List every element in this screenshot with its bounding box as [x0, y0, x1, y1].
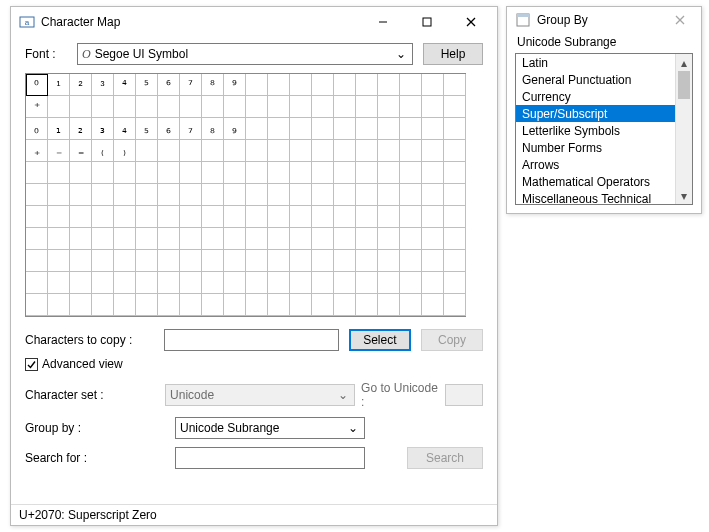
grid-cell[interactable] [136, 250, 158, 272]
group-by-dropdown[interactable]: Unicode Subrange ⌄ [175, 417, 365, 439]
grid-cell[interactable] [268, 118, 290, 140]
grid-cell[interactable] [136, 206, 158, 228]
grid-cell[interactable] [158, 228, 180, 250]
grid-cell[interactable] [334, 228, 356, 250]
grid-cell[interactable] [136, 272, 158, 294]
grid-cell[interactable] [26, 294, 48, 316]
list-item[interactable]: Currency [516, 88, 675, 105]
close-button[interactable] [449, 8, 493, 36]
grid-cell[interactable] [422, 206, 444, 228]
grid-cell[interactable] [444, 118, 466, 140]
grid-cell[interactable] [312, 184, 334, 206]
character-grid[interactable]: ⁰¹²³⁴⁵⁶⁷⁸⁹⁺₀₁₂₃₄₅₆₇₈₉₊₋₌₍₎ [25, 73, 466, 317]
grid-cell[interactable] [26, 250, 48, 272]
grid-cell[interactable] [268, 250, 290, 272]
grid-cell[interactable] [114, 184, 136, 206]
grid-cell[interactable] [70, 162, 92, 184]
grid-cell[interactable] [48, 250, 70, 272]
grid-cell[interactable]: ₁ [48, 118, 70, 140]
grid-cell[interactable] [48, 184, 70, 206]
grid-cell[interactable] [378, 140, 400, 162]
grid-cell[interactable] [26, 184, 48, 206]
grid-cell[interactable] [290, 162, 312, 184]
grid-cell[interactable] [356, 96, 378, 118]
grid-cell[interactable] [378, 206, 400, 228]
grid-cell[interactable]: ⁹ [224, 74, 246, 96]
grid-cell[interactable] [114, 206, 136, 228]
grid-cell[interactable] [378, 74, 400, 96]
grid-cell[interactable] [444, 228, 466, 250]
grid-cell[interactable] [312, 74, 334, 96]
grid-cell[interactable] [246, 250, 268, 272]
grid-cell[interactable] [136, 294, 158, 316]
grid-cell[interactable] [92, 228, 114, 250]
grid-cell[interactable] [26, 206, 48, 228]
grid-cell[interactable] [48, 272, 70, 294]
grid-cell[interactable] [180, 228, 202, 250]
grid-cell[interactable] [356, 206, 378, 228]
list-item[interactable]: Super/Subscript [516, 105, 675, 122]
grid-cell[interactable]: ₆ [158, 118, 180, 140]
grid-cell[interactable]: ⁰ [26, 74, 48, 96]
grid-cell[interactable] [246, 184, 268, 206]
grid-cell[interactable]: ² [70, 74, 92, 96]
grid-cell[interactable] [422, 96, 444, 118]
grid-cell[interactable]: ₈ [202, 118, 224, 140]
minimize-button[interactable] [361, 8, 405, 36]
grid-cell[interactable] [356, 162, 378, 184]
advanced-view-checkbox[interactable] [25, 358, 38, 371]
grid-cell[interactable] [378, 96, 400, 118]
grid-cell[interactable] [400, 184, 422, 206]
grid-cell[interactable] [224, 272, 246, 294]
grid-cell[interactable] [444, 96, 466, 118]
grid-cell[interactable]: ⁷ [180, 74, 202, 96]
grid-cell[interactable] [268, 96, 290, 118]
grid-cell[interactable]: ₀ [26, 118, 48, 140]
grid-cell[interactable]: ₅ [136, 118, 158, 140]
grid-cell[interactable] [422, 294, 444, 316]
grid-cell[interactable] [114, 250, 136, 272]
grid-cell[interactable] [246, 294, 268, 316]
scrollbar[interactable]: ▴ ▾ [675, 54, 692, 204]
select-button[interactable]: Select [349, 329, 411, 351]
grid-cell[interactable] [444, 206, 466, 228]
grid-cell[interactable] [246, 162, 268, 184]
grid-cell[interactable] [202, 272, 224, 294]
grid-cell[interactable] [290, 250, 312, 272]
grid-cell[interactable] [246, 206, 268, 228]
grid-cell[interactable] [114, 96, 136, 118]
grid-cell[interactable]: ₌ [70, 140, 92, 162]
grid-cell[interactable] [312, 294, 334, 316]
grid-cell[interactable] [312, 162, 334, 184]
grid-cell[interactable] [422, 74, 444, 96]
grid-cell[interactable] [246, 118, 268, 140]
grid-cell[interactable] [334, 272, 356, 294]
list-item[interactable]: Latin [516, 54, 675, 71]
search-input[interactable] [175, 447, 365, 469]
grid-cell[interactable] [202, 228, 224, 250]
grid-cell[interactable] [290, 294, 312, 316]
grid-cell[interactable] [312, 228, 334, 250]
maximize-button[interactable] [405, 8, 449, 36]
grid-cell[interactable] [334, 118, 356, 140]
grid-cell[interactable] [356, 140, 378, 162]
grid-cell[interactable] [158, 250, 180, 272]
grid-cell[interactable] [136, 96, 158, 118]
grid-cell[interactable] [224, 206, 246, 228]
grid-cell[interactable] [444, 184, 466, 206]
grid-cell[interactable] [378, 118, 400, 140]
grid-cell[interactable] [92, 294, 114, 316]
grid-cell[interactable]: ₎ [114, 140, 136, 162]
help-button[interactable]: Help [423, 43, 483, 65]
grid-cell[interactable] [224, 184, 246, 206]
grid-cell[interactable] [158, 272, 180, 294]
grid-cell[interactable] [48, 206, 70, 228]
grid-cell[interactable] [26, 162, 48, 184]
grid-cell[interactable] [158, 206, 180, 228]
grid-cell[interactable] [334, 140, 356, 162]
grid-cell[interactable] [378, 250, 400, 272]
grid-cell[interactable] [246, 140, 268, 162]
grid-cell[interactable]: ₍ [92, 140, 114, 162]
grid-cell[interactable] [268, 272, 290, 294]
list-item[interactable]: Miscellaneous Technical [516, 190, 675, 205]
